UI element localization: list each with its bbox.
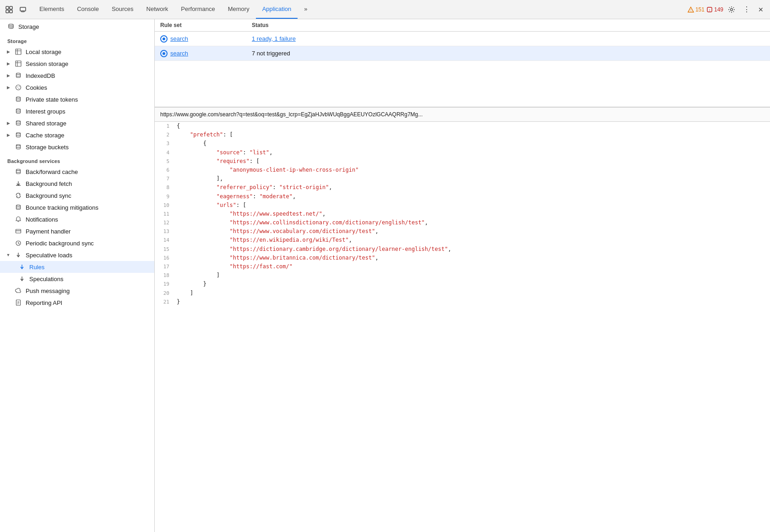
sidebar-item-reporting-api[interactable]: Reporting API — [0, 297, 154, 309]
code-line: 2 "prefetch": [ — [155, 130, 770, 139]
code-line: 19 } — [155, 280, 770, 288]
bell-icon — [15, 216, 22, 223]
tab-elements[interactable]: Elements — [33, 0, 70, 19]
sidebar-item-private-state-tokens[interactable]: Private state tokens — [0, 93, 154, 105]
table-icon — [15, 48, 22, 55]
code-line: 14 "https://en.wikipedia.org/wiki/Test", — [155, 236, 770, 244]
sidebar-item-bg-sync[interactable]: Background sync — [0, 190, 154, 201]
error-badge[interactable]: ! 149 — [706, 6, 723, 13]
sidebar-item-storage-top[interactable]: Storage — [0, 19, 154, 33]
sync-icon — [15, 192, 22, 199]
sidebar-item-periodic-bg-sync[interactable]: Periodic background sync — [0, 237, 154, 249]
chevron-right-icon: ▶ — [5, 132, 11, 138]
svg-point-23 — [16, 169, 21, 171]
more-icon[interactable]: ⋮ — [740, 3, 753, 16]
background-section-title: Background services — [0, 153, 154, 166]
svg-rect-3 — [10, 10, 12, 13]
code-line: 20 ] — [155, 289, 770, 298]
tab-network[interactable]: Network — [140, 0, 175, 19]
sidebar-item-notifications[interactable]: Notifications — [0, 213, 154, 225]
content-area: Rule set Status search 1 ready, 1 failur… — [155, 19, 770, 532]
line-content: "referrer_policy": "strict-origin", — [177, 183, 332, 192]
col-header-ruleset: Rule set — [160, 22, 252, 28]
line-number: 16 — [155, 254, 177, 262]
database-icon — [15, 119, 22, 127]
svg-text:!: ! — [690, 8, 691, 12]
tab-overflow[interactable]: » — [298, 0, 314, 19]
line-content: "eagerness": "moderate", — [177, 192, 296, 201]
ruleset-cell: search — [160, 50, 252, 57]
table-row[interactable]: search 1 ready, 1 failure — [155, 32, 770, 46]
code-line: 5 "requires": [ — [155, 157, 770, 166]
svg-rect-5 — [22, 11, 24, 12]
sidebar-item-local-storage[interactable]: ▶ Local storage — [0, 46, 154, 58]
sidebar-item-rules[interactable]: Rules — [0, 261, 154, 273]
ruleset-link[interactable]: search — [170, 50, 188, 57]
sidebar-item-push-messaging[interactable]: Push messaging — [0, 285, 154, 297]
sidebar-item-speculations[interactable]: Speculations — [0, 273, 154, 285]
line-number: 9 — [155, 192, 177, 201]
code-line: 6 "anonymous-client-ip-when-cross-origin… — [155, 166, 770, 174]
database-icon — [7, 23, 15, 30]
svg-point-15 — [17, 87, 18, 87]
payment-icon — [15, 228, 22, 235]
svg-point-24 — [16, 205, 21, 206]
status-cell: 7 not triggered — [252, 50, 765, 57]
line-content: "https://fast.com/" — [177, 262, 293, 271]
sidebar-item-payment-handler[interactable]: Payment handler — [0, 225, 154, 237]
svg-rect-2 — [6, 10, 9, 13]
line-content: "source": "list", — [177, 148, 273, 157]
close-icon[interactable]: ✕ — [754, 3, 767, 16]
device-icon[interactable] — [16, 3, 29, 16]
line-content: "urls": [ — [177, 201, 246, 210]
database-icon — [15, 204, 22, 211]
line-number: 14 — [155, 236, 177, 244]
inspect-icon[interactable] — [3, 3, 16, 16]
code-line: 3 { — [155, 139, 770, 148]
svg-rect-25 — [16, 229, 21, 233]
svg-rect-0 — [6, 6, 9, 9]
line-content: "https://www.britannica.com/dictionary/t… — [177, 254, 379, 262]
sidebar-item-interest-groups[interactable]: Interest groups — [0, 105, 154, 117]
tab-memory[interactable]: Memory — [222, 0, 256, 19]
settings-icon[interactable] — [725, 3, 738, 16]
warning-badge[interactable]: ! 151 — [688, 6, 705, 13]
code-line: 12 "https://www.collinsdictionary.com/di… — [155, 218, 770, 227]
sidebar-item-bfcache[interactable]: Back/forward cache — [0, 166, 154, 178]
speculate-row-icon — [160, 35, 168, 43]
line-number: 1 — [155, 122, 177, 130]
line-content: ] — [177, 271, 220, 280]
svg-point-20 — [16, 121, 21, 122]
sidebar-item-cookies[interactable]: ▶ Cookies — [0, 81, 154, 93]
tab-application[interactable]: Application — [256, 0, 298, 19]
code-line: 11 "https://www.speedtest.net/", — [155, 210, 770, 218]
line-number: 5 — [155, 157, 177, 166]
toolbar-actions — [3, 3, 29, 16]
line-content: { — [177, 122, 180, 130]
tab-console[interactable]: Console — [70, 0, 105, 19]
chevron-down-icon: ▼ — [5, 252, 11, 258]
speculative-icon — [15, 251, 22, 259]
sidebar-item-bg-fetch[interactable]: Background fetch — [0, 178, 154, 190]
sidebar-item-shared-storage[interactable]: ▶ Shared storage — [0, 117, 154, 129]
sidebar-item-speculative-loads[interactable]: ▼ Speculative loads — [0, 249, 154, 261]
speculative-sub-icon — [18, 263, 26, 271]
table-row[interactable]: search 7 not triggered — [155, 46, 770, 61]
svg-point-10 — [9, 24, 13, 26]
line-content: "prefetch": [ — [177, 130, 233, 139]
sidebar-item-storage-buckets[interactable]: Storage buckets — [0, 141, 154, 153]
tab-performance[interactable]: Performance — [174, 0, 221, 19]
code-panel[interactable]: 1{2 "prefetch": [3 {4 "source": "list",5… — [155, 122, 770, 532]
tab-sources[interactable]: Sources — [105, 0, 140, 19]
sidebar-item-indexeddb[interactable]: ▶ IndexedDB — [0, 70, 154, 81]
svg-point-22 — [16, 145, 21, 146]
sidebar-item-cache-storage[interactable]: ▶ Cache storage — [0, 129, 154, 141]
line-content: ] — [177, 289, 193, 298]
sidebar-item-bounce-tracking[interactable]: Bounce tracking mitigations — [0, 201, 154, 213]
svg-rect-4 — [20, 7, 26, 11]
sidebar-item-session-storage[interactable]: ▶ Session storage — [0, 58, 154, 70]
line-number: 13 — [155, 227, 177, 236]
status-link[interactable]: 1 ready, 1 failure — [252, 35, 296, 42]
main-tabs: Elements Console Sources Network Perform… — [33, 0, 688, 19]
ruleset-link[interactable]: search — [170, 35, 188, 42]
